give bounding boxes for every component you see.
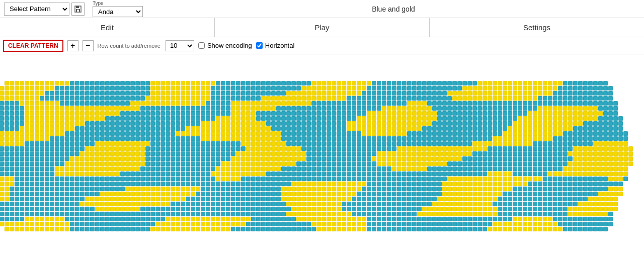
pattern-canvas[interactable] (0, 71, 634, 242)
tab-edit[interactable]: Edit (0, 18, 215, 37)
tab-settings[interactable]: Settings (430, 18, 644, 37)
select-pattern-wrapper: Select Pattern (4, 3, 85, 16)
pattern-title: Blue and gold (147, 5, 640, 13)
svg-rect-3 (77, 10, 79, 12)
row-count-select[interactable]: 10 5 15 20 (166, 40, 194, 51)
type-wrapper: Type Anda Peyote Brick (93, 1, 143, 17)
tab-play[interactable]: Play (215, 18, 430, 37)
top-toolbar: Select Pattern Type Anda Peyote Brick Bl… (0, 0, 644, 18)
save-icon-btn[interactable] (71, 3, 85, 16)
pattern-area (0, 54, 644, 258)
pattern-canvas-container (0, 71, 634, 242)
type-select[interactable]: Anda Peyote Brick (93, 6, 143, 17)
add-rows-button[interactable]: + (67, 40, 78, 51)
horizontal-label: Horizontal (265, 42, 295, 49)
select-pattern-dropdown[interactable]: Select Pattern (4, 3, 69, 16)
clear-pattern-button[interactable]: CLEAR PATTERN (3, 40, 63, 52)
edit-toolbar: CLEAR PATTERN + − Row count to add/remov… (0, 37, 644, 54)
svg-rect-1 (76, 6, 79, 8)
horizontal-checkbox[interactable] (256, 42, 263, 49)
show-encoding-checkbox[interactable] (198, 42, 205, 49)
remove-rows-button[interactable]: − (83, 40, 94, 51)
type-label: Type (93, 1, 143, 6)
horizontal-group: Horizontal (256, 42, 295, 49)
show-encoding-label: Show encoding (207, 42, 252, 49)
nav-tabs: Edit Play Settings (0, 18, 644, 37)
show-encoding-group: Show encoding (198, 42, 252, 49)
row-count-label: Row count to add/remove (98, 43, 160, 49)
